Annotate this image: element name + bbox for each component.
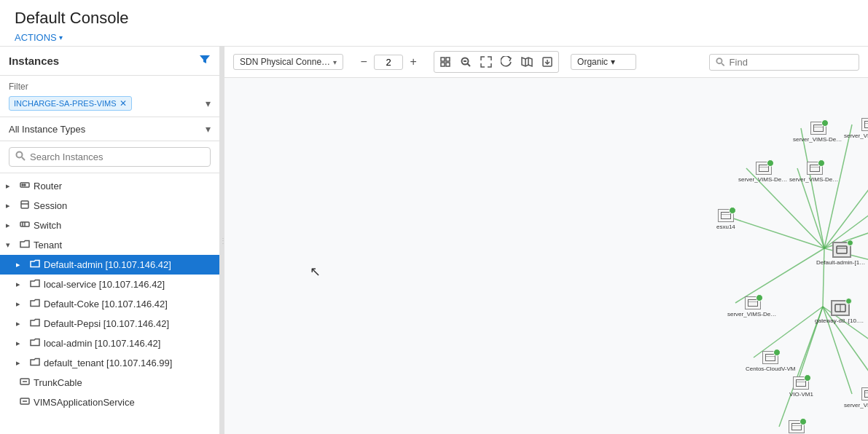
node-n11[interactable]: Centos-CloudV-VM xyxy=(746,351,795,372)
tree-item-router[interactable]: ▸Router xyxy=(0,176,219,196)
page-title: Default Console xyxy=(15,9,853,28)
svg-rect-57 xyxy=(721,213,730,219)
expand-arrow-local-service: ▸ xyxy=(16,280,26,289)
tree-item-local-admin[interactable]: ▸local-admin [10.107.146.42] xyxy=(0,334,219,353)
node-n13[interactable]: server_VIMS-Deploy-L... xyxy=(844,387,868,409)
node-icon-n11 xyxy=(762,351,778,364)
svg-line-1 xyxy=(22,157,25,160)
topology-chevron-icon: ▾ xyxy=(333,58,337,66)
layout-select[interactable]: Organic ▾ xyxy=(571,54,636,70)
tree-icon-default-pepsi xyxy=(29,317,41,330)
actions-button[interactable]: ACTIONS ▾ xyxy=(15,32,63,43)
svg-line-29 xyxy=(824,125,852,248)
zoom-out-button[interactable]: − xyxy=(355,53,372,71)
svg-rect-53 xyxy=(810,165,820,172)
svg-rect-61 xyxy=(837,246,847,253)
node-n5[interactable]: server_VIMS-Deploy-L... xyxy=(789,162,840,183)
expand-arrow-local-admin: ▸ xyxy=(16,339,26,348)
tree-label-default-pepsi: Default-Pepsi [10.107.146.42] xyxy=(44,318,169,329)
node-icon-n15 xyxy=(789,420,805,433)
toolbar-icon-group xyxy=(434,51,559,73)
node-icon-n4 xyxy=(756,162,772,175)
canvas-area[interactable]: server_VIMS-Deploy-L... server_VIMS-Depl… xyxy=(224,78,868,434)
node-n2[interactable]: server_VIMS-Deploy-L... xyxy=(844,118,868,139)
node-n1[interactable]: server_VIMS-Deploy-L... xyxy=(793,122,844,143)
zoom-in-button[interactable]: + xyxy=(404,53,422,71)
svg-marker-21 xyxy=(522,58,532,66)
svg-line-27 xyxy=(722,63,724,66)
node-n15[interactable]: server_TEST-RESTTTL... xyxy=(771,420,822,434)
tree-icon-local-service xyxy=(29,278,41,291)
node-label-n7: esxu14 xyxy=(716,224,735,230)
tree-item-tenant[interactable]: ▾Tenant xyxy=(0,235,219,255)
tree-item-default-tenant[interactable]: ▸default_tenant [10.107.146.99] xyxy=(0,353,219,373)
topology-label: SDN Physical Conne… xyxy=(240,57,330,67)
node-label-c2: gateway-d8..[10.107...] xyxy=(815,317,866,324)
tree-icon-session xyxy=(19,200,31,212)
tree-icon-vimsappservice xyxy=(19,396,31,409)
svg-rect-65 xyxy=(748,300,758,307)
filter-expand-icon[interactable]: ▾ xyxy=(206,98,211,109)
expand-view-button[interactable] xyxy=(477,53,496,71)
node-label-n12: VIO-VM1 xyxy=(789,391,813,398)
svg-rect-5 xyxy=(21,201,28,208)
svg-line-30 xyxy=(824,130,868,248)
svg-line-28 xyxy=(801,128,824,248)
svg-rect-47 xyxy=(865,122,869,128)
top-bar: Default Console ACTIONS ▾ xyxy=(0,0,868,47)
find-input[interactable] xyxy=(730,57,853,68)
search-input[interactable] xyxy=(30,151,204,162)
tree-item-session[interactable]: ▸Session xyxy=(0,196,219,216)
node-icon-n2 xyxy=(861,118,868,131)
node-icon-n9 xyxy=(745,296,761,309)
tree-label-vimsappservice: VIMSApplicationService xyxy=(34,397,135,408)
tree-label-trunkcable: TrunkCable xyxy=(34,377,82,388)
tree-item-default-admin[interactable]: ▸Default-admin [10.107.146.42] xyxy=(0,255,219,275)
svg-point-4 xyxy=(24,184,26,186)
filter-label: Filter xyxy=(9,82,211,92)
svg-rect-73 xyxy=(865,391,869,398)
actions-chevron-icon: ▾ xyxy=(59,33,63,42)
tree-item-vimsappservice[interactable]: VIMSApplicationService xyxy=(0,392,219,412)
map-button[interactable] xyxy=(517,53,536,71)
node-n4[interactable]: server_VIMS-Deploy-L... xyxy=(738,162,789,183)
filter-tag-remove[interactable]: ✕ xyxy=(120,98,127,108)
tree-item-local-service[interactable]: ▸local-service [10.107.146.42] xyxy=(0,275,219,294)
tree-icon-switch xyxy=(19,219,31,232)
expand-arrow-session: ▸ xyxy=(6,201,16,210)
refresh-button[interactable] xyxy=(497,53,516,71)
toolbar: SDN Physical Conne… ▾ − + xyxy=(224,47,868,78)
instance-types-selector[interactable]: All Instance Types ▾ xyxy=(0,117,219,141)
node-n9[interactable]: server_VIMS-Deploy-L... xyxy=(727,296,778,317)
node-label-c1: Default-admin-[10.10...] xyxy=(816,259,867,266)
node-n7[interactable]: esxu14 xyxy=(716,209,735,230)
tree-label-tenant: Tenant xyxy=(34,240,62,250)
node-label-n5: server_VIMS-Deploy-L... xyxy=(789,176,840,183)
tree-item-default-coke[interactable]: ▸Default-Coke [10.107.146.42] xyxy=(0,294,219,314)
tree-item-default-pepsi[interactable]: ▸Default-Pepsi [10.107.146.42] xyxy=(0,314,219,334)
topology-select[interactable]: SDN Physical Conne… ▾ xyxy=(233,54,343,70)
expand-arrow-default-pepsi: ▸ xyxy=(16,319,26,328)
node-n12[interactable]: VIO-VM1 xyxy=(789,376,813,398)
node-c1[interactable]: Default-admin-[10.10...] xyxy=(816,242,867,266)
export-button[interactable] xyxy=(538,53,557,71)
svg-point-3 xyxy=(22,184,23,186)
layout-chevron-icon: ▾ xyxy=(611,57,615,67)
zoom-out-view-button[interactable] xyxy=(456,53,475,71)
tree-container: ▸Router▸Session▸Switch▾Tenant▸Default-ad… xyxy=(0,173,219,434)
node-label-n9: server_VIMS-Deploy-L... xyxy=(727,311,778,317)
main-panel: SDN Physical Conne… ▾ − + xyxy=(224,47,868,434)
zoom-input[interactable] xyxy=(374,55,403,70)
tree-icon-trunkcable xyxy=(19,376,31,389)
node-icon-n13 xyxy=(861,387,868,401)
tree-item-trunkcable[interactable]: TrunkCable xyxy=(0,373,219,392)
zoom-fit-icon-button[interactable] xyxy=(436,53,455,71)
tree-icon-default-tenant xyxy=(29,357,41,369)
sidebar-header: Instances xyxy=(0,47,219,76)
node-icon-n5 xyxy=(807,162,823,175)
tree-item-switch[interactable]: ▸Switch xyxy=(0,216,219,235)
expand-arrow-default-tenant: ▸ xyxy=(16,358,26,368)
tree-label-local-admin: local-admin [10.107.146.42] xyxy=(44,338,160,349)
node-c2[interactable]: gateway-d8..[10.107...] xyxy=(815,300,866,324)
filter-icon[interactable] xyxy=(199,54,211,68)
